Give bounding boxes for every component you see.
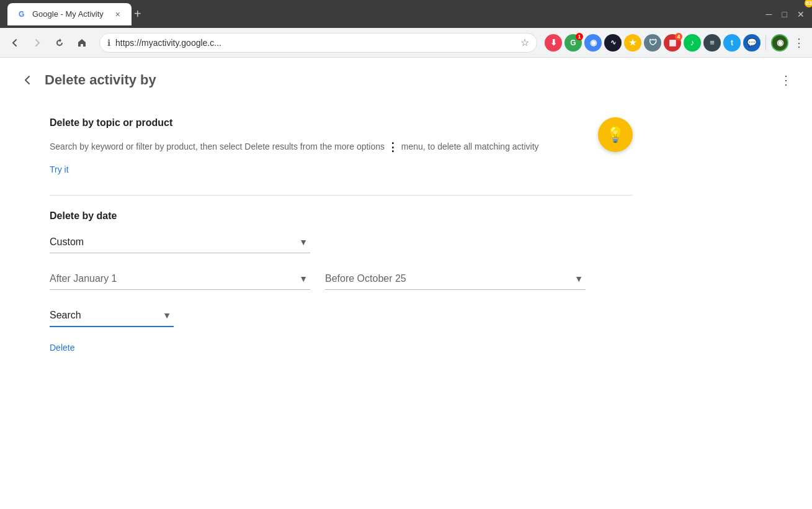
topic-section-description: Search by keyword or filter by product, …	[50, 138, 633, 156]
ext-chat-icon[interactable]: 💬	[743, 34, 761, 52]
close-button[interactable]: ✕	[797, 10, 805, 19]
reload-icon	[55, 38, 65, 48]
before-date-text: Before October 25	[325, 273, 406, 284]
minimize-button[interactable]: ─	[766, 10, 772, 19]
profile-avatar[interactable]: ◉	[771, 34, 788, 52]
tab-favicon: G	[17, 9, 27, 19]
custom-date-select[interactable]: Custom ▼	[50, 232, 310, 253]
badge-83: 83	[805, 0, 812, 7]
navigation-bar: ℹ https://myactivity.google.c... ☆ ⬇ G 1…	[0, 28, 812, 58]
window-controls: ─ □ ✕	[766, 10, 805, 19]
new-tab-button[interactable]: +	[134, 7, 141, 21]
product-dropdown-wrapper: Search ▼	[50, 305, 174, 327]
after-date-text: After January 1	[50, 273, 117, 284]
more-options-inline-icon: ⋮	[387, 138, 399, 156]
browser-chrome: G Google - My Activity × + ─ □ ✕	[0, 0, 812, 28]
page-content: Delete activity by ⋮ Delete by topic or …	[0, 58, 812, 509]
date-section-title: Delete by date	[50, 210, 633, 222]
delete-link[interactable]: Delete	[50, 343, 74, 353]
maximize-button[interactable]: □	[782, 10, 787, 19]
ext-grammarly-icon[interactable]: G 1	[564, 34, 582, 52]
page-title: Delete activity by	[45, 72, 156, 88]
back-button[interactable]	[5, 33, 25, 53]
toolbar-divider	[765, 35, 766, 50]
address-bar[interactable]: ℹ https://myactivity.google.c... ☆	[99, 33, 537, 53]
main-content: Delete by topic or product Search by key…	[0, 102, 682, 388]
topic-section-title: Delete by topic or product	[50, 117, 633, 128]
hint-fab-button[interactable]: 💡	[598, 117, 633, 152]
before-date-arrow-icon: ▼	[574, 274, 583, 284]
ext-shield-icon[interactable]: 🛡	[644, 34, 661, 52]
product-select[interactable]: Search ▼	[50, 305, 174, 327]
reload-button[interactable]	[50, 33, 69, 53]
page-more-button[interactable]: ⋮	[775, 68, 797, 92]
product-select-arrow-icon: ▼	[163, 310, 171, 320]
custom-select-arrow-icon: ▼	[299, 237, 308, 247]
tab-title: Google - My Activity	[32, 9, 109, 19]
back-arrow-icon	[10, 38, 20, 48]
product-select-text: Search	[50, 310, 81, 321]
forward-arrow-icon	[32, 38, 42, 48]
ext-wave-icon[interactable]: ∿ 83	[604, 34, 622, 52]
try-it-link[interactable]: Try it	[50, 164, 69, 174]
section-divider	[50, 195, 633, 196]
page-back-button[interactable]	[15, 68, 40, 92]
after-date-select[interactable]: After January 1 ▼	[50, 268, 310, 290]
ext-blue-icon[interactable]: ◉	[584, 34, 602, 52]
page-header: Delete activity by ⋮	[0, 58, 812, 102]
ext-twitter-icon[interactable]: t	[723, 34, 741, 52]
pocket-icon[interactable]: ⬇	[545, 34, 562, 52]
forward-button[interactable]	[27, 33, 47, 53]
svg-text:G: G	[19, 10, 24, 19]
date-section: Delete by date Custom ▼ After January 1 …	[50, 210, 633, 353]
after-date-wrapper: After January 1 ▼	[50, 268, 310, 290]
toolbar-extensions: ⬇ G 1 ◉ ∿ 83 ★ 🛡 ▦ 4 ♪ ≡ t 💬 ◉	[545, 34, 807, 52]
page-back-icon	[21, 74, 33, 86]
topic-section: Delete by topic or product Search by key…	[50, 117, 633, 175]
url-text: https://myactivity.google.c...	[115, 38, 515, 48]
badge-1: 1	[576, 33, 583, 40]
before-date-wrapper: Before October 25 ▼	[325, 268, 586, 290]
ext-red-icon[interactable]: ▦ 4	[664, 34, 681, 52]
ext-lines-icon[interactable]: ≡	[703, 34, 721, 52]
custom-dropdown-wrapper: Custom ▼	[50, 232, 310, 253]
badge-4: 4	[675, 33, 682, 40]
before-date-select[interactable]: Before October 25 ▼	[325, 268, 586, 290]
active-tab[interactable]: G Google - My Activity ×	[7, 3, 132, 25]
product-dropdown-row: Search ▼	[50, 305, 633, 327]
tab-bar: G Google - My Activity × +	[7, 3, 761, 25]
browser-more-button[interactable]: ⋮	[791, 36, 807, 50]
ext-star-icon[interactable]: ★	[624, 34, 641, 52]
bookmark-star-icon[interactable]: ☆	[520, 37, 529, 48]
ext-green-icon[interactable]: ♪	[684, 34, 701, 52]
home-icon	[77, 38, 87, 48]
after-date-arrow-icon: ▼	[299, 274, 308, 284]
home-button[interactable]	[72, 33, 92, 53]
tab-close-button[interactable]: ×	[114, 8, 122, 20]
custom-dropdown-row: Custom ▼	[50, 232, 633, 253]
date-range-row: After January 1 ▼ Before October 25 ▼	[50, 268, 633, 290]
lightbulb-icon: 💡	[606, 126, 625, 143]
custom-select-text: Custom	[50, 236, 84, 248]
secure-icon: ℹ	[107, 38, 110, 48]
